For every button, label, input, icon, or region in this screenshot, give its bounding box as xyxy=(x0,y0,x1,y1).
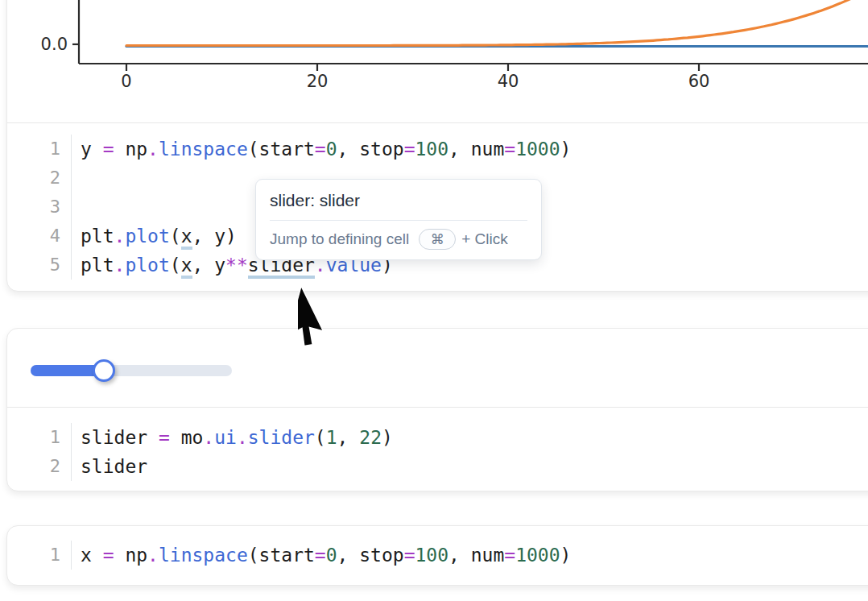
slider-handle[interactable] xyxy=(93,359,115,382)
code-editor[interactable]: 1 slider = mo.ui.slider(1, 22) 2 slider xyxy=(7,408,868,492)
code-text[interactable]: y = np.linspace(start=0, stop=100, num=1… xyxy=(72,135,571,164)
line-number: 2 xyxy=(7,164,72,193)
line-number: 1 xyxy=(7,423,72,452)
cmd-icon: ⌘ xyxy=(431,231,444,248)
line-number: 5 xyxy=(7,251,72,280)
notebook-cell-x: 1 x = np.linspace(start=0, stop=100, num… xyxy=(6,525,868,586)
code-text[interactable]: slider xyxy=(72,452,147,481)
code-text[interactable] xyxy=(72,193,81,222)
line-number: 2 xyxy=(7,452,72,481)
code-line[interactable]: 1 y = np.linspace(start=0, stop=100, num… xyxy=(7,135,868,164)
line-number: 1 xyxy=(7,541,72,570)
cmd-key-badge: ⌘ xyxy=(419,229,456,250)
notebook-cell-slider: 1 slider = mo.ui.slider(1, 22) 2 slider xyxy=(6,328,868,491)
tooltip-shortcut-suffix: + Click xyxy=(461,230,508,248)
line-number: 1 xyxy=(7,135,72,164)
code-line[interactable]: 1 x = np.linspace(start=0, stop=100, num… xyxy=(7,541,868,570)
tooltip-footer: Jump to defining cell ⌘ + Click xyxy=(270,229,527,250)
plot-output xyxy=(7,0,868,122)
tooltip-title: slider: slider xyxy=(270,190,527,211)
slider-output xyxy=(7,329,868,407)
code-text[interactable] xyxy=(72,164,81,193)
line-number: 3 xyxy=(7,193,72,222)
variable-tooltip: slider: slider Jump to defining cell ⌘ +… xyxy=(255,179,542,260)
tooltip-divider xyxy=(270,220,527,221)
code-line[interactable]: 1 slider = mo.ui.slider(1, 22) xyxy=(7,423,868,452)
tooltip-action-label: Jump to defining cell xyxy=(270,230,409,248)
code-text[interactable]: slider = mo.ui.slider(1, 22) xyxy=(72,423,393,452)
code-editor[interactable]: 1 x = np.linspace(start=0, stop=100, num… xyxy=(7,526,868,584)
code-text[interactable]: plt.plot(x, y) xyxy=(72,222,237,251)
slider-track[interactable] xyxy=(31,365,232,376)
line-number: 4 xyxy=(7,222,72,251)
code-text[interactable]: x = np.linspace(start=0, stop=100, num=1… xyxy=(72,541,571,570)
code-line[interactable]: 2 slider xyxy=(7,452,868,481)
